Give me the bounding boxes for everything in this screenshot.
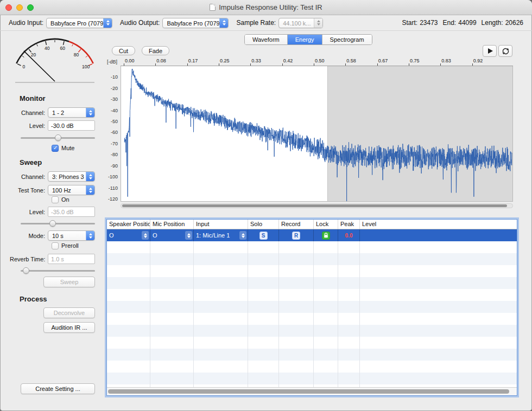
slider-thumb[interactable] xyxy=(23,267,29,274)
cut-button[interactable]: Cut xyxy=(112,46,135,55)
empty-table-row[interactable] xyxy=(107,373,517,384)
fade-button[interactable]: Fade xyxy=(142,46,169,55)
column-header-level[interactable]: Level xyxy=(360,220,517,229)
deconvolve-button[interactable]: Deconvolve xyxy=(43,307,95,318)
control-sidebar: 020406080100 Monitor Channel: 1 - 2 Leve… xyxy=(10,31,97,398)
svg-text:100: 100 xyxy=(82,64,90,69)
record-button[interactable]: R xyxy=(292,232,300,240)
empty-cell xyxy=(194,337,248,349)
column-header-record[interactable]: Record xyxy=(279,220,314,229)
audition-ir-button[interactable]: Audition IR ... xyxy=(43,322,95,333)
speaker-position-cell[interactable]: O xyxy=(107,229,150,241)
monitor-channel-select[interactable]: 1 - 2 xyxy=(48,107,95,118)
table-horizontal-scrollbar[interactable] xyxy=(107,387,517,395)
mute-checkbox[interactable] xyxy=(52,145,59,152)
column-header-peak[interactable]: Peak xyxy=(338,220,360,229)
mic-position-cell[interactable]: O xyxy=(150,229,194,241)
reverb-time-slider[interactable] xyxy=(21,267,95,274)
close-window-button[interactable] xyxy=(5,4,12,11)
empty-cell xyxy=(338,289,360,301)
db-axis-ticks: -10-20-30-40-50-60-70-80-90-100-110-120 xyxy=(104,66,119,203)
window-title: Impulse Response Utility: Test IR xyxy=(219,3,322,11)
empty-cell xyxy=(279,301,314,313)
empty-cell xyxy=(150,277,194,289)
mic-position-stepper[interactable] xyxy=(185,231,192,240)
solo-cell: S xyxy=(248,229,279,241)
empty-table-row[interactable] xyxy=(107,301,517,313)
monitor-level-slider[interactable] xyxy=(21,134,95,142)
ir-track-row[interactable]: O O 1: Mic/Line 1 S R xyxy=(107,229,517,241)
ruler-tick xyxy=(409,63,409,66)
test-tone-on-checkbox[interactable] xyxy=(52,196,59,203)
lock-icon xyxy=(324,233,328,238)
empty-table-row[interactable] xyxy=(107,313,517,325)
preroll-checkbox[interactable] xyxy=(52,242,59,249)
time-ruler[interactable]: 0.000.080.170.250.330.420.500.580.670.75… xyxy=(121,56,513,66)
slider-thumb[interactable] xyxy=(49,220,56,227)
slider-thumb[interactable] xyxy=(55,134,61,141)
empty-cell xyxy=(150,349,194,361)
input-stepper[interactable] xyxy=(239,231,246,240)
empty-cell xyxy=(248,253,279,265)
play-button[interactable] xyxy=(483,45,497,57)
lock-button[interactable] xyxy=(322,232,330,240)
ruler-tick xyxy=(155,63,156,66)
empty-cell xyxy=(279,337,314,349)
empty-table-row[interactable] xyxy=(107,277,517,289)
empty-cell xyxy=(248,265,279,277)
empty-table-row[interactable] xyxy=(107,325,517,337)
empty-table-row[interactable] xyxy=(107,349,517,361)
input-cell[interactable]: 1: Mic/Line 1 xyxy=(194,229,248,241)
stepper-arrows-icon xyxy=(86,231,94,240)
energy-plot[interactable] xyxy=(121,66,513,202)
sweep-button[interactable]: Sweep xyxy=(43,277,95,287)
empty-cell xyxy=(360,313,517,325)
empty-cell xyxy=(194,313,248,325)
audio-input-select[interactable]: Babyface Pro (7079... xyxy=(46,18,112,28)
title-bar[interactable]: Impulse Response Utility: Test IR xyxy=(0,0,532,15)
minimize-window-button[interactable] xyxy=(16,4,23,11)
column-header-input[interactable]: Input xyxy=(194,220,248,229)
svg-text:80: 80 xyxy=(74,52,79,57)
create-setting-button[interactable]: Create Setting ... xyxy=(21,383,95,394)
scrollbar-thumb[interactable] xyxy=(122,204,507,207)
audio-output-select[interactable]: Babyface Pro (7079... xyxy=(162,18,229,28)
db-tick-label: -120 xyxy=(108,196,118,202)
view-tab-spectrogram[interactable]: Spectrogram xyxy=(322,35,372,44)
solo-button[interactable]: S xyxy=(259,232,268,240)
scrollbar-thumb[interactable] xyxy=(108,389,509,394)
view-tab-waveform[interactable]: Waveform xyxy=(245,35,287,44)
table-header: Speaker PositionMic PositionInputSoloRec… xyxy=(107,220,517,229)
cycle-button[interactable] xyxy=(498,45,512,57)
test-tone-select[interactable]: 100 Hz xyxy=(48,185,95,195)
empty-cell xyxy=(150,373,194,384)
empty-table-row[interactable] xyxy=(107,337,517,349)
column-header-lock[interactable]: Lock xyxy=(314,220,338,229)
empty-table-row[interactable] xyxy=(107,241,517,253)
speaker-position-stepper[interactable] xyxy=(142,231,149,240)
empty-cell xyxy=(107,373,150,384)
empty-table-row[interactable] xyxy=(107,265,517,277)
empty-cell xyxy=(248,277,279,289)
selection-start-value: 23473 xyxy=(420,19,438,27)
mode-select[interactable]: 10 s xyxy=(48,230,95,241)
monitor-channel-value: 1 - 2 xyxy=(48,108,86,117)
db-tick-label: -20 xyxy=(111,86,118,91)
empty-cell xyxy=(150,241,194,253)
empty-table-row[interactable] xyxy=(107,253,517,265)
column-header-mic-position[interactable]: Mic Position xyxy=(150,220,194,229)
empty-cell xyxy=(107,349,150,361)
chart-horizontal-scrollbar[interactable] xyxy=(121,203,513,208)
empty-table-row[interactable] xyxy=(107,361,517,373)
monitor-level-input[interactable]: -30.0 dB xyxy=(48,120,95,131)
empty-cell xyxy=(248,337,279,349)
column-header-solo[interactable]: Solo xyxy=(248,220,279,229)
sweep-channel-select[interactable]: 3: Phones 3 xyxy=(48,171,95,182)
view-tab-energy[interactable]: Energy xyxy=(287,35,322,44)
empty-table-row[interactable] xyxy=(107,289,517,301)
empty-cell xyxy=(279,361,314,373)
selection-length-value: 20626 xyxy=(505,19,523,27)
sweep-level-slider[interactable] xyxy=(21,220,95,227)
column-header-speaker-position[interactable]: Speaker Position xyxy=(107,220,150,229)
zoom-window-button[interactable] xyxy=(27,4,34,11)
